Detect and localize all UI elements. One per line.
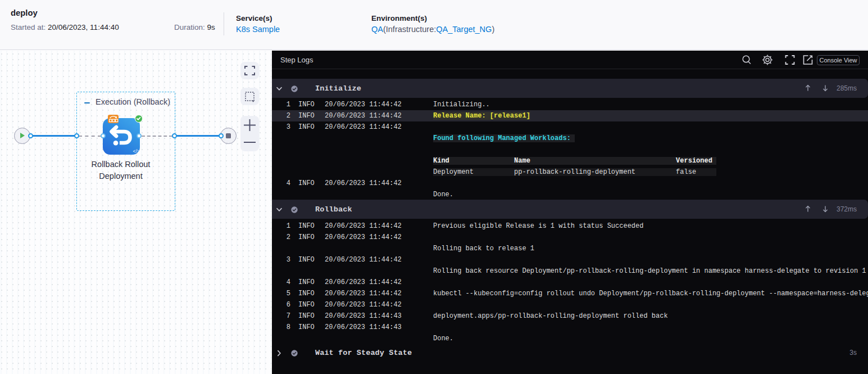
svg-text:</>: </> [133, 148, 140, 154]
